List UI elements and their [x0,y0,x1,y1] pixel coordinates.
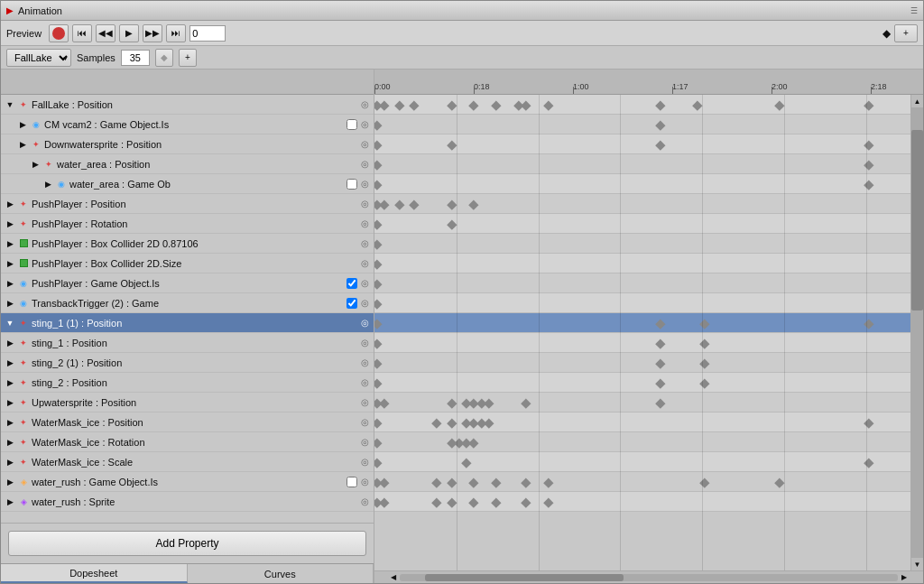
track-checkbox-4[interactable] [346,179,357,190]
keyframe-15-10[interactable] [379,398,389,408]
keyframe-14-0[interactable] [374,378,382,388]
eye-btn-16[interactable]: ◎ [357,415,372,430]
keyframe-0-100[interactable] [447,100,457,110]
expand-btn-12[interactable]: ▶ [5,338,15,348]
expand-btn-19[interactable]: ▶ [5,477,15,487]
keyframe-15-100[interactable] [447,398,457,408]
expand-btn-15[interactable]: ▶ [5,397,15,408]
expand-btn-6[interactable]: ▶ [5,218,15,229]
track-row-16[interactable]: ▶ ✦ WaterMask_ice : Position ◎ [1,413,374,432]
clip-dropdown[interactable]: FallLake [6,49,71,67]
record-small-button[interactable]: ◆ [155,49,173,67]
keyframe-20-200[interactable] [521,497,531,507]
keyframe-12-0[interactable] [374,338,382,348]
expand-btn-10[interactable]: ▶ [5,298,15,309]
eye-btn-10[interactable]: ◎ [357,296,372,311]
eye-btn-8[interactable]: ◎ [357,256,372,271]
expand-btn-1[interactable]: ▶ [17,119,28,130]
keyframe-20-10[interactable] [379,497,389,507]
track-row-6[interactable]: ▶ ✦ PushPlayer : Rotation ◎ [1,214,374,234]
eye-btn-19[interactable]: ◎ [357,475,372,489]
settings-button[interactable]: + [179,49,197,67]
scroll-left-button[interactable]: ◀ [387,571,400,584]
keyframe-5-130[interactable] [468,199,478,209]
keyframe-13-0[interactable] [374,358,382,368]
keyframe-17-0[interactable] [374,438,382,448]
eye-btn-4[interactable]: ◎ [357,177,372,191]
keyframe-0-10[interactable] [379,100,389,110]
keyframe-0-430[interactable] [692,100,702,110]
eye-btn-2[interactable]: ◎ [357,137,372,152]
track-checkbox-19[interactable] [346,477,357,487]
keyframe-4-660[interactable] [864,180,873,190]
diamond-icon[interactable]: ◆ [882,27,891,40]
expand-btn-0[interactable]: ▼ [5,99,15,110]
track-row-19[interactable]: ▶ ◈ water_rush : Game Object.Is ◎ [1,472,374,492]
keyframe-20-230[interactable] [543,497,553,507]
keyframe-9-0[interactable] [374,279,382,289]
keyframe-0-50[interactable] [409,100,419,110]
track-row-10[interactable]: ▶ ◉ TransbackTrigger (2) : Game ◎ [1,293,374,313]
scroll-h-thumb[interactable] [425,574,624,581]
keyframe-18-120[interactable] [461,458,471,468]
track-row-11[interactable]: ▼ ✦ sting_1 (1) : Position ◎ [1,313,374,333]
eye-btn-20[interactable]: ◎ [357,495,372,509]
add-property-button[interactable]: Add Property [8,531,366,556]
last-frame-button[interactable]: ⏭ [166,24,186,42]
keyframe-0-230[interactable] [543,100,553,110]
scroll-v-thumb[interactable] [911,130,923,311]
keyframe-0-540[interactable] [774,100,784,110]
eye-btn-15[interactable]: ◎ [357,395,372,410]
keyframe-5-10[interactable] [379,199,389,209]
keyframe-14-380[interactable] [655,378,665,388]
keyframe-11-0[interactable] [374,319,382,329]
track-checkbox-9[interactable] [346,278,357,289]
keyframe-3-660[interactable] [864,160,873,170]
eye-btn-6[interactable]: ◎ [357,217,372,231]
track-row-9[interactable]: ▶ ◉ PushPlayer : Game Object.Is ◎ [1,273,374,293]
keyframe-19-80[interactable] [431,477,441,487]
track-row-14[interactable]: ▶ ✦ sting_2 : Position ◎ [1,373,374,393]
keyframe-4-0[interactable] [374,180,382,190]
keyframe-19-200[interactable] [521,477,531,487]
keyframe-0-30[interactable] [394,100,404,110]
expand-btn-8[interactable]: ▶ [5,258,15,269]
expand-btn-7[interactable]: ▶ [5,238,15,249]
tab-curves[interactable]: Curves [188,564,374,583]
keyframe-11-440[interactable] [699,319,709,329]
keyframe-1-0[interactable] [374,120,382,130]
keyframe-15-380[interactable] [655,398,665,408]
keyframe-19-100[interactable] [447,477,457,487]
add-keyframe-button[interactable]: + [894,24,918,42]
eye-btn-7[interactable]: ◎ [357,236,372,251]
prev-frame-button[interactable]: ◀◀ [96,24,116,42]
track-row-15[interactable]: ▶ ✦ Upwatersprite : Position ◎ [1,393,374,413]
track-checkbox-1[interactable] [346,119,357,130]
expand-btn-18[interactable]: ▶ [5,457,15,468]
track-row-4[interactable]: ▶ ◉ water_area : Game Ob ◎ [1,174,374,194]
keyframe-0-380[interactable] [655,100,665,110]
keyframe-11-660[interactable] [864,319,873,329]
expand-btn-4[interactable]: ▶ [42,179,53,190]
window-menu-icon[interactable]: ☰ [910,6,918,15]
keyframe-18-0[interactable] [374,458,382,468]
expand-btn-14[interactable]: ▶ [5,377,15,388]
expand-btn-9[interactable]: ▶ [5,278,15,289]
expand-btn-16[interactable]: ▶ [5,417,15,428]
keyframe-8-0[interactable] [374,259,382,269]
keyframe-20-80[interactable] [431,497,441,507]
keyframe-11-380[interactable] [655,319,665,329]
expand-btn-20[interactable]: ▶ [5,496,15,507]
track-row-3[interactable]: ▶ ✦ water_area : Position ◎ [1,154,374,174]
track-row-18[interactable]: ▶ ✦ WaterMask_ice : Scale ◎ [1,452,374,472]
expand-btn-2[interactable]: ▶ [17,139,28,150]
scroll-down-button[interactable]: ▼ [911,558,924,570]
keyframe-12-440[interactable] [699,338,709,348]
keyframe-0-660[interactable] [864,100,873,110]
keyframe-6-0[interactable] [374,219,382,229]
keyframe-16-660[interactable] [864,418,873,428]
keyframe-3-0[interactable] [374,160,382,170]
track-row-5[interactable]: ▶ ✦ PushPlayer : Position ◎ [1,194,374,214]
keyframe-2-0[interactable] [374,140,382,150]
track-row-0[interactable]: ▼ ✦ FallLake : Position ◎ [1,95,374,115]
